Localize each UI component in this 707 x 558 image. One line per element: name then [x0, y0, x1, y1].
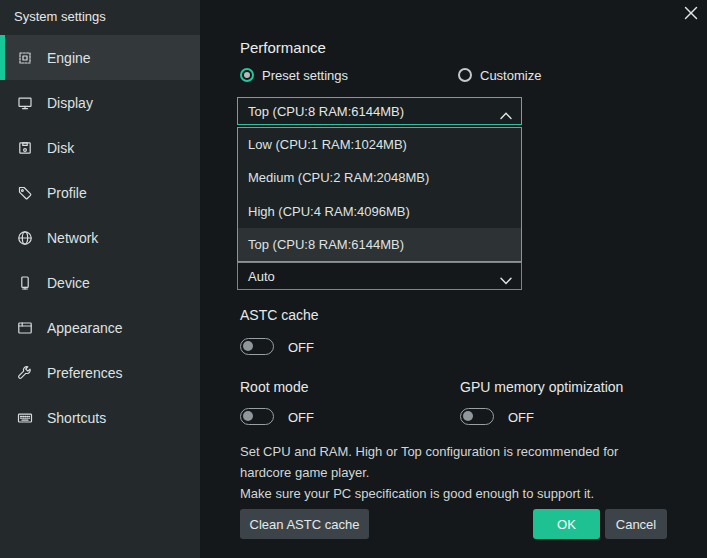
- sidebar-item-display[interactable]: Display: [0, 80, 200, 125]
- ok-button[interactable]: OK: [533, 509, 600, 539]
- preset-dropdown-value: Top (CPU:8 RAM:6144MB): [248, 104, 404, 119]
- toggle-knob: [463, 411, 473, 421]
- customize-radio[interactable]: Customize: [458, 67, 541, 83]
- sidebar-item-label: Network: [47, 230, 98, 246]
- sidebar-item-label: Engine: [47, 50, 91, 66]
- monitor-icon: [17, 95, 33, 111]
- auto-dropdown[interactable]: Auto: [237, 262, 522, 290]
- sidebar-item-appearance[interactable]: Appearance: [0, 305, 200, 350]
- preset-dropdown[interactable]: Top (CPU:8 RAM:6144MB): [237, 97, 522, 125]
- root-mode-label: Root mode: [240, 379, 308, 395]
- sidebar: System settings Engine: [0, 0, 200, 558]
- chevron-up-icon: [500, 108, 512, 123]
- dropdown-option-medium[interactable]: Medium (CPU:2 RAM:2048MB): [238, 161, 521, 194]
- astc-cache-state: OFF: [288, 340, 314, 355]
- sidebar-item-device[interactable]: Device: [0, 260, 200, 305]
- astc-cache-toggle[interactable]: [240, 338, 274, 355]
- performance-heading: Performance: [240, 39, 326, 56]
- gpu-memory-state: OFF: [508, 410, 534, 425]
- radio-selected-icon: [240, 68, 254, 82]
- close-icon[interactable]: [683, 6, 699, 22]
- preset-dropdown-list: Low (CPU:1 RAM:1024MB) Medium (CPU:2 RAM…: [237, 127, 522, 262]
- sidebar-nav: Engine Display: [0, 35, 200, 440]
- info-text: Set CPU and RAM. High or Top configurati…: [240, 441, 685, 504]
- sidebar-item-label: Shortcuts: [47, 410, 106, 426]
- info-line: hardcore game player.: [240, 462, 685, 483]
- sidebar-item-label: Display: [47, 95, 93, 111]
- dropdown-option-top[interactable]: Top (CPU:8 RAM:6144MB): [238, 228, 521, 261]
- auto-dropdown-value: Auto: [248, 269, 275, 284]
- sidebar-item-label: Preferences: [47, 365, 122, 381]
- chip-icon: [17, 50, 33, 66]
- active-indicator: [0, 35, 5, 80]
- sidebar-item-preferences[interactable]: Preferences: [0, 350, 200, 395]
- sidebar-item-profile[interactable]: Profile: [0, 170, 200, 215]
- sidebar-item-label: Disk: [47, 140, 74, 156]
- gpu-memory-toggle[interactable]: [460, 408, 494, 425]
- globe-icon: [17, 230, 33, 246]
- radio-unselected-icon: [458, 68, 472, 82]
- cancel-button[interactable]: Cancel: [605, 509, 667, 539]
- root-mode-state: OFF: [288, 410, 314, 425]
- floppy-icon: [17, 140, 33, 156]
- preset-settings-radio-label: Preset settings: [262, 68, 348, 83]
- sidebar-item-label: Appearance: [47, 320, 123, 336]
- dropdown-option-low[interactable]: Low (CPU:1 RAM:1024MB): [238, 128, 521, 161]
- sidebar-item-engine[interactable]: Engine: [0, 35, 200, 80]
- system-settings-dialog: System settings Engine: [0, 0, 707, 558]
- wrench-icon: [17, 365, 33, 381]
- sidebar-item-label: Profile: [47, 185, 87, 201]
- info-line: Make sure your PC specification is good …: [240, 483, 685, 504]
- chevron-down-icon: [500, 273, 512, 288]
- phone-icon: [17, 275, 33, 291]
- toggle-knob: [243, 341, 253, 351]
- dropdown-option-high[interactable]: High (CPU:4 RAM:4096MB): [238, 195, 521, 228]
- dialog-title: System settings: [0, 0, 200, 32]
- toggle-knob: [243, 411, 253, 421]
- sidebar-item-disk[interactable]: Disk: [0, 125, 200, 170]
- gpu-memory-label: GPU memory optimization: [460, 379, 623, 395]
- sidebar-item-label: Device: [47, 275, 90, 291]
- clean-astc-cache-button[interactable]: Clean ASTC cache: [240, 509, 369, 539]
- window-icon: [17, 320, 33, 336]
- sidebar-item-network[interactable]: Network: [0, 215, 200, 260]
- sidebar-item-shortcuts[interactable]: Shortcuts: [0, 395, 200, 440]
- customize-radio-label: Customize: [480, 68, 541, 83]
- root-mode-toggle[interactable]: [240, 408, 274, 425]
- info-line: Set CPU and RAM. High or Top configurati…: [240, 441, 685, 462]
- tag-icon: [17, 185, 33, 201]
- astc-cache-label: ASTC cache: [240, 307, 319, 323]
- preset-settings-radio[interactable]: Preset settings: [240, 67, 348, 83]
- keyboard-icon: [17, 410, 33, 426]
